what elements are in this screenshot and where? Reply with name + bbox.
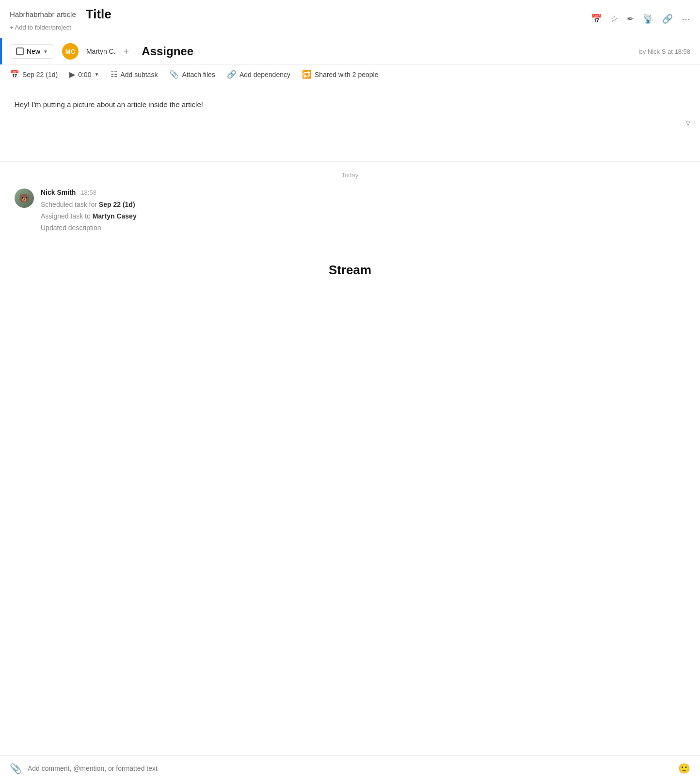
top-bar: Habrhabrhabr article Title + Add to fold… — [0, 0, 700, 38]
duration-item[interactable]: ▶ 0:00 ▼ — [69, 70, 99, 79]
duration-label: 0:00 — [78, 71, 91, 78]
comment-input[interactable] — [28, 765, 672, 772]
top-bar-icons: 📅 ☆ ✒ 📡 🔗 ⋯ — [591, 14, 690, 24]
add-subtask-item[interactable]: ☷ Add subtask — [111, 70, 158, 79]
calendar-small-icon: 📅 — [10, 70, 19, 79]
stream-author-name: Nick Smith — [41, 188, 76, 196]
left-accent — [0, 38, 2, 64]
assignee-avatar[interactable]: MC — [62, 43, 79, 60]
comment-emoji-icon[interactable]: 🙂 — [678, 763, 690, 774]
star-icon[interactable]: ☆ — [610, 14, 618, 24]
add-to-folder-link[interactable]: + Add to folder/project — [10, 24, 111, 31]
filter-icon[interactable]: ▿ — [686, 118, 690, 128]
breadcrumb: Habrhabrhabr article — [10, 10, 76, 18]
stream-avatar: 🐻 — [15, 188, 34, 208]
attach-files-label: Attach files — [182, 71, 215, 78]
share-icon: 🔁 — [302, 70, 312, 79]
comment-bar: 📎 🙂 — [0, 755, 700, 781]
assignee-section-label: Assignee — [142, 45, 193, 58]
add-assignee-button[interactable]: + — [124, 47, 129, 56]
shared-label: Shared with 2 people — [315, 71, 379, 78]
duration-dropdown-icon: ▼ — [94, 72, 99, 77]
comment-attach-icon[interactable]: 📎 — [10, 763, 22, 774]
toolbar-bar: 📅 Sep 22 (1d) ▶ 0:00 ▼ ☷ Add subtask 📎 A… — [0, 65, 700, 84]
dependency-icon: 🔗 — [227, 70, 237, 79]
page-title: Title — [86, 7, 111, 22]
description-area: Hey! I'm putting a picture about an arti… — [0, 84, 700, 162]
play-icon: ▶ — [69, 70, 75, 79]
shared-item[interactable]: 🔁 Shared with 2 people — [302, 70, 379, 79]
add-subtask-label: Add subtask — [120, 71, 158, 78]
stream-log-scheduled: Scheduled task for Sep 22 (1d) — [41, 199, 685, 211]
top-bar-left: Habrhabrhabr article Title + Add to fold… — [10, 7, 111, 31]
stream-date-divider: Today — [15, 172, 685, 179]
stream-entry: 🐻 Nick Smith 18:58 Scheduled task for Se… — [15, 188, 685, 234]
stream-log-description: Updated description — [41, 222, 685, 234]
status-button[interactable]: New ▼ — [10, 44, 54, 59]
stream-scheduled-date: Sep 22 (1d) — [99, 201, 135, 208]
rss-icon[interactable]: 📡 — [643, 14, 653, 24]
status-checkbox-icon — [16, 47, 24, 55]
add-dependency-item[interactable]: 🔗 Add dependency — [227, 70, 290, 79]
add-dependency-label: Add dependency — [239, 71, 290, 78]
more-icon[interactable]: ⋯ — [682, 14, 690, 24]
stream-time: 18:58 — [80, 189, 96, 196]
calendar-icon[interactable]: 📅 — [591, 14, 602, 24]
description-text[interactable]: Hey! I'm putting a picture about an arti… — [15, 99, 685, 110]
by-info: by Nick S at 18:58 — [639, 48, 691, 55]
subtask-icon: ☷ — [111, 70, 117, 79]
attach-files-item[interactable]: 📎 Attach files — [169, 70, 215, 79]
date-label: Sep 22 (1d) — [22, 71, 58, 78]
stream-log-assigned: Assigned task to Martyn Casey — [41, 211, 685, 222]
stream-content: Nick Smith 18:58 Scheduled task for Sep … — [41, 188, 685, 234]
status-bar: New ▼ MC Martyn C. + Assignee by Nick S … — [0, 38, 700, 65]
pin-icon[interactable]: ✒ — [627, 14, 634, 24]
stream-author-line: Nick Smith 18:58 — [41, 188, 685, 196]
assignee-name[interactable]: Martyn C. — [86, 47, 116, 55]
status-label: New — [27, 47, 40, 55]
attach-icon: 📎 — [169, 70, 179, 79]
stream-assigned-person: Martyn Casey — [93, 212, 137, 220]
date-item[interactable]: 📅 Sep 22 (1d) — [10, 70, 58, 79]
link-icon[interactable]: 🔗 — [662, 14, 673, 24]
stream-section-label: Stream — [329, 263, 371, 277]
status-dropdown-icon: ▼ — [43, 49, 48, 54]
stream-section: Today 🐻 Nick Smith 18:58 Scheduled task … — [0, 162, 700, 287]
